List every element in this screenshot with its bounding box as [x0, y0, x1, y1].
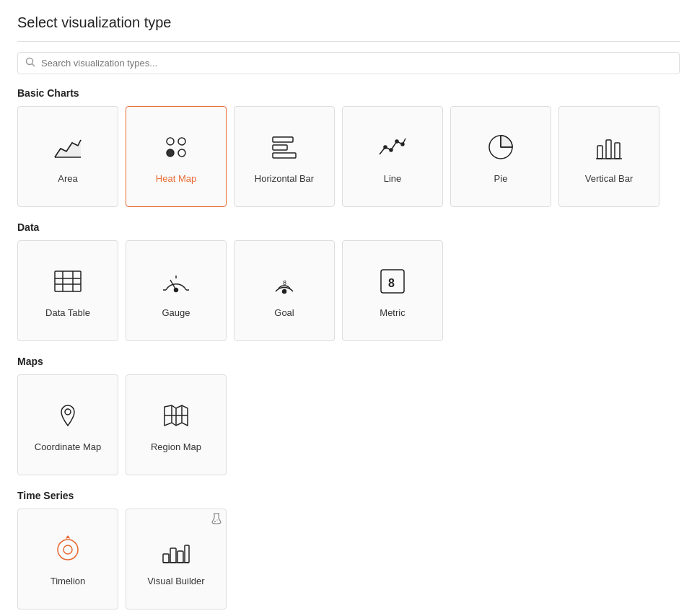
coordinate-map-icon [51, 398, 85, 433]
svg-text:8: 8 [388, 277, 395, 289]
section-time-series: Time Series Timelion Visual Builder [17, 490, 680, 610]
chart-card-area[interactable]: Area [17, 106, 118, 207]
svg-point-32 [283, 289, 286, 293]
svg-point-42 [63, 545, 72, 554]
visual-builder-icon [159, 532, 193, 567]
charts-grid-time-series: Timelion Visual Builder [17, 509, 680, 610]
timelion-icon [51, 532, 85, 567]
section-label-time-series: Time Series [17, 490, 680, 501]
chart-card-region-map[interactable]: Region Map [126, 374, 227, 475]
gauge-icon [159, 264, 193, 299]
sections-container: Basic Charts Area Heat Map Horizontal Ba… [17, 87, 680, 610]
charts-grid-maps: Coordinate Map Region Map [17, 374, 680, 475]
chart-label-metric: Metric [380, 307, 405, 318]
chart-card-horizontal-bar[interactable]: Horizontal Bar [234, 106, 335, 207]
page-title: Select visualization type [17, 14, 680, 31]
svg-text:8: 8 [283, 279, 286, 286]
svg-point-12 [390, 149, 393, 151]
search-container [17, 52, 680, 74]
card-wrapper-gauge: Gauge [126, 240, 227, 341]
chart-card-line[interactable]: Line [342, 106, 443, 207]
goal-icon: 8 [267, 264, 302, 299]
chart-label-area: Area [58, 173, 77, 184]
svg-point-5 [178, 138, 185, 145]
card-wrapper-visual-builder: Visual Builder [126, 509, 227, 610]
card-wrapper-line: Line [342, 106, 443, 207]
svg-point-13 [395, 140, 398, 143]
card-wrapper-timelion: Timelion [17, 509, 118, 610]
chart-card-metric[interactable]: 8 Metric [342, 240, 443, 341]
card-wrapper-pie: Pie [450, 106, 551, 207]
chart-label-horizontal-bar: Horizontal Bar [255, 173, 314, 184]
svg-point-11 [384, 146, 387, 149]
svg-rect-46 [177, 551, 183, 563]
card-wrapper-area: Area [17, 106, 118, 207]
charts-grid-data: Data Table Gauge 8 Goal 8 Metric [17, 240, 680, 341]
svg-rect-10 [273, 153, 296, 158]
svg-line-1 [32, 64, 35, 67]
vertical-bar-icon [592, 130, 626, 164]
line-icon [375, 130, 410, 164]
section-basic-charts: Basic Charts Area Heat Map Horizontal Ba… [17, 87, 680, 207]
chart-card-coordinate-map[interactable]: Coordinate Map [17, 374, 118, 475]
search-icon [25, 57, 35, 69]
svg-rect-44 [163, 554, 169, 563]
chart-label-visual-builder: Visual Builder [147, 576, 204, 586]
data-table-icon [51, 264, 85, 299]
section-label-data: Data [17, 221, 680, 233]
svg-rect-45 [170, 548, 176, 563]
region-map-icon [159, 398, 193, 433]
metric-icon: 8 [375, 264, 410, 299]
card-wrapper-vertical-bar: Vertical Bar [558, 106, 659, 207]
chart-card-goal[interactable]: 8 Goal [234, 240, 335, 341]
chart-card-timelion[interactable]: Timelion [17, 509, 118, 610]
svg-point-4 [167, 138, 174, 145]
card-wrapper-coordinate-map: Coordinate Map [17, 374, 118, 475]
area-icon [51, 130, 85, 164]
section-maps: Maps Coordinate Map Region Map [17, 356, 680, 475]
svg-point-50 [214, 521, 216, 522]
chart-card-gauge[interactable]: Gauge [126, 240, 227, 341]
card-wrapper-horizontal-bar: Horizontal Bar [234, 106, 335, 207]
horizontal-bar-icon [267, 130, 302, 164]
svg-rect-18 [597, 146, 602, 159]
chart-label-line: Line [384, 173, 402, 184]
svg-rect-19 [606, 140, 611, 159]
chart-label-vertical-bar: Vertical Bar [585, 173, 633, 184]
chart-label-timelion: Timelion [51, 576, 86, 586]
svg-point-41 [58, 540, 78, 560]
svg-rect-22 [55, 271, 81, 291]
svg-point-14 [401, 143, 404, 146]
card-wrapper-heat-map: Heat Map [126, 106, 227, 207]
svg-point-0 [27, 58, 33, 65]
pie-icon [483, 130, 518, 164]
chart-label-region-map: Region Map [151, 441, 201, 452]
search-input[interactable] [41, 58, 672, 69]
chart-label-data-table: Data Table [45, 307, 90, 318]
chart-label-pie: Pie [494, 173, 508, 184]
chart-label-gauge: Gauge [162, 307, 190, 318]
section-data: Data Data Table Gauge 8 Goal 8 Metric [17, 221, 680, 341]
card-wrapper-metric: 8 Metric [342, 240, 443, 341]
svg-point-36 [65, 409, 71, 415]
chart-card-data-table[interactable]: Data Table [17, 240, 118, 341]
svg-rect-8 [273, 137, 293, 142]
chart-card-pie[interactable]: Pie [450, 106, 551, 207]
svg-point-6 [167, 149, 174, 157]
chart-label-coordinate-map: Coordinate Map [35, 441, 102, 452]
chart-label-heat-map: Heat Map [156, 173, 196, 184]
card-wrapper-data-table: Data Table [17, 240, 118, 341]
title-divider [17, 41, 680, 42]
svg-rect-47 [185, 545, 189, 563]
chart-card-vertical-bar[interactable]: Vertical Bar [558, 106, 659, 207]
svg-point-28 [175, 288, 178, 291]
section-label-basic-charts: Basic Charts [17, 87, 680, 99]
heat-map-icon [159, 130, 193, 164]
card-wrapper-goal: 8 Goal [234, 240, 335, 341]
experimental-badge [211, 513, 222, 524]
chart-card-heat-map[interactable]: Heat Map [126, 106, 227, 207]
section-label-maps: Maps [17, 356, 680, 367]
svg-point-43 [67, 535, 69, 537]
chart-label-goal: Goal [274, 307, 294, 318]
svg-point-7 [178, 149, 185, 157]
